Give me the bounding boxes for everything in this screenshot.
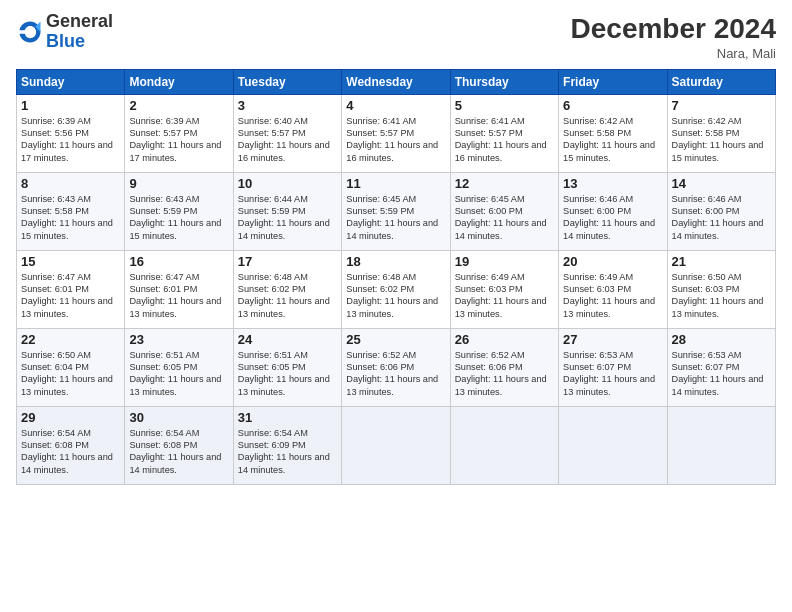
cell-text: Sunrise: 6:46 AM Sunset: 6:00 PM Dayligh… — [563, 193, 662, 243]
calendar-cell: 20 Sunrise: 6:49 AM Sunset: 6:03 PM Dayl… — [559, 250, 667, 328]
calendar-cell — [559, 406, 667, 484]
calendar-cell: 18 Sunrise: 6:48 AM Sunset: 6:02 PM Dayl… — [342, 250, 450, 328]
cell-text: Sunrise: 6:50 AM Sunset: 6:03 PM Dayligh… — [672, 271, 771, 321]
day-number: 17 — [238, 254, 337, 269]
calendar-cell: 24 Sunrise: 6:51 AM Sunset: 6:05 PM Dayl… — [233, 328, 341, 406]
calendar-cell: 7 Sunrise: 6:42 AM Sunset: 5:58 PM Dayli… — [667, 94, 775, 172]
calendar-cell: 17 Sunrise: 6:48 AM Sunset: 6:02 PM Dayl… — [233, 250, 341, 328]
cell-text: Sunrise: 6:54 AM Sunset: 6:08 PM Dayligh… — [21, 427, 120, 477]
calendar-cell: 6 Sunrise: 6:42 AM Sunset: 5:58 PM Dayli… — [559, 94, 667, 172]
cell-text: Sunrise: 6:40 AM Sunset: 5:57 PM Dayligh… — [238, 115, 337, 165]
day-number: 21 — [672, 254, 771, 269]
calendar-day-header: Thursday — [450, 69, 558, 94]
day-number: 16 — [129, 254, 228, 269]
day-number: 24 — [238, 332, 337, 347]
cell-text: Sunrise: 6:39 AM Sunset: 5:57 PM Dayligh… — [129, 115, 228, 165]
calendar-cell: 30 Sunrise: 6:54 AM Sunset: 6:08 PM Dayl… — [125, 406, 233, 484]
calendar-table: SundayMondayTuesdayWednesdayThursdayFrid… — [16, 69, 776, 485]
cell-text: Sunrise: 6:54 AM Sunset: 6:08 PM Dayligh… — [129, 427, 228, 477]
calendar-day-header: Tuesday — [233, 69, 341, 94]
calendar-week-row: 22 Sunrise: 6:50 AM Sunset: 6:04 PM Dayl… — [17, 328, 776, 406]
day-number: 19 — [455, 254, 554, 269]
calendar-cell: 16 Sunrise: 6:47 AM Sunset: 6:01 PM Dayl… — [125, 250, 233, 328]
cell-text: Sunrise: 6:47 AM Sunset: 6:01 PM Dayligh… — [129, 271, 228, 321]
cell-text: Sunrise: 6:45 AM Sunset: 5:59 PM Dayligh… — [346, 193, 445, 243]
cell-text: Sunrise: 6:42 AM Sunset: 5:58 PM Dayligh… — [563, 115, 662, 165]
cell-text: Sunrise: 6:53 AM Sunset: 6:07 PM Dayligh… — [563, 349, 662, 399]
calendar-cell: 29 Sunrise: 6:54 AM Sunset: 6:08 PM Dayl… — [17, 406, 125, 484]
calendar-cell: 8 Sunrise: 6:43 AM Sunset: 5:58 PM Dayli… — [17, 172, 125, 250]
day-number: 20 — [563, 254, 662, 269]
calendar-cell: 1 Sunrise: 6:39 AM Sunset: 5:56 PM Dayli… — [17, 94, 125, 172]
cell-text: Sunrise: 6:50 AM Sunset: 6:04 PM Dayligh… — [21, 349, 120, 399]
cell-text: Sunrise: 6:51 AM Sunset: 6:05 PM Dayligh… — [238, 349, 337, 399]
day-number: 1 — [21, 98, 120, 113]
day-number: 12 — [455, 176, 554, 191]
calendar-week-row: 15 Sunrise: 6:47 AM Sunset: 6:01 PM Dayl… — [17, 250, 776, 328]
calendar-cell: 2 Sunrise: 6:39 AM Sunset: 5:57 PM Dayli… — [125, 94, 233, 172]
calendar-page: General Blue December 2024 Nara, Mali Su… — [0, 0, 792, 612]
day-number: 8 — [21, 176, 120, 191]
cell-text: Sunrise: 6:41 AM Sunset: 5:57 PM Dayligh… — [455, 115, 554, 165]
calendar-cell: 14 Sunrise: 6:46 AM Sunset: 6:00 PM Dayl… — [667, 172, 775, 250]
cell-text: Sunrise: 6:52 AM Sunset: 6:06 PM Dayligh… — [455, 349, 554, 399]
cell-text: Sunrise: 6:44 AM Sunset: 5:59 PM Dayligh… — [238, 193, 337, 243]
day-number: 25 — [346, 332, 445, 347]
calendar-week-row: 1 Sunrise: 6:39 AM Sunset: 5:56 PM Dayli… — [17, 94, 776, 172]
day-number: 23 — [129, 332, 228, 347]
cell-text: Sunrise: 6:51 AM Sunset: 6:05 PM Dayligh… — [129, 349, 228, 399]
month-title: December 2024 — [571, 12, 776, 46]
cell-text: Sunrise: 6:43 AM Sunset: 5:59 PM Dayligh… — [129, 193, 228, 243]
calendar-day-header: Monday — [125, 69, 233, 94]
calendar-cell: 11 Sunrise: 6:45 AM Sunset: 5:59 PM Dayl… — [342, 172, 450, 250]
cell-text: Sunrise: 6:48 AM Sunset: 6:02 PM Dayligh… — [346, 271, 445, 321]
calendar-cell: 27 Sunrise: 6:53 AM Sunset: 6:07 PM Dayl… — [559, 328, 667, 406]
logo-blue: Blue — [46, 31, 85, 51]
header: General Blue December 2024 Nara, Mali — [16, 12, 776, 61]
day-number: 6 — [563, 98, 662, 113]
calendar-cell: 9 Sunrise: 6:43 AM Sunset: 5:59 PM Dayli… — [125, 172, 233, 250]
calendar-cell: 26 Sunrise: 6:52 AM Sunset: 6:06 PM Dayl… — [450, 328, 558, 406]
calendar-day-header: Wednesday — [342, 69, 450, 94]
cell-text: Sunrise: 6:49 AM Sunset: 6:03 PM Dayligh… — [455, 271, 554, 321]
day-number: 13 — [563, 176, 662, 191]
calendar-cell: 13 Sunrise: 6:46 AM Sunset: 6:00 PM Dayl… — [559, 172, 667, 250]
cell-text: Sunrise: 6:42 AM Sunset: 5:58 PM Dayligh… — [672, 115, 771, 165]
day-number: 26 — [455, 332, 554, 347]
cell-text: Sunrise: 6:46 AM Sunset: 6:00 PM Dayligh… — [672, 193, 771, 243]
cell-text: Sunrise: 6:52 AM Sunset: 6:06 PM Dayligh… — [346, 349, 445, 399]
cell-text: Sunrise: 6:54 AM Sunset: 6:09 PM Dayligh… — [238, 427, 337, 477]
calendar-week-row: 29 Sunrise: 6:54 AM Sunset: 6:08 PM Dayl… — [17, 406, 776, 484]
cell-text: Sunrise: 6:49 AM Sunset: 6:03 PM Dayligh… — [563, 271, 662, 321]
logo-general: General — [46, 11, 113, 31]
day-number: 18 — [346, 254, 445, 269]
day-number: 4 — [346, 98, 445, 113]
calendar-cell: 23 Sunrise: 6:51 AM Sunset: 6:05 PM Dayl… — [125, 328, 233, 406]
day-number: 27 — [563, 332, 662, 347]
calendar-cell — [342, 406, 450, 484]
calendar-cell: 22 Sunrise: 6:50 AM Sunset: 6:04 PM Dayl… — [17, 328, 125, 406]
location: Nara, Mali — [571, 46, 776, 61]
calendar-cell: 12 Sunrise: 6:45 AM Sunset: 6:00 PM Dayl… — [450, 172, 558, 250]
calendar-day-header: Sunday — [17, 69, 125, 94]
calendar-cell: 28 Sunrise: 6:53 AM Sunset: 6:07 PM Dayl… — [667, 328, 775, 406]
title-block: December 2024 Nara, Mali — [571, 12, 776, 61]
cell-text: Sunrise: 6:43 AM Sunset: 5:58 PM Dayligh… — [21, 193, 120, 243]
calendar-cell: 21 Sunrise: 6:50 AM Sunset: 6:03 PM Dayl… — [667, 250, 775, 328]
day-number: 31 — [238, 410, 337, 425]
calendar-header-row: SundayMondayTuesdayWednesdayThursdayFrid… — [17, 69, 776, 94]
day-number: 3 — [238, 98, 337, 113]
logo: General Blue — [16, 12, 113, 52]
logo-icon — [16, 18, 44, 46]
day-number: 11 — [346, 176, 445, 191]
calendar-cell: 19 Sunrise: 6:49 AM Sunset: 6:03 PM Dayl… — [450, 250, 558, 328]
cell-text: Sunrise: 6:48 AM Sunset: 6:02 PM Dayligh… — [238, 271, 337, 321]
calendar-cell: 15 Sunrise: 6:47 AM Sunset: 6:01 PM Dayl… — [17, 250, 125, 328]
logo-text: General Blue — [46, 12, 113, 52]
calendar-day-header: Saturday — [667, 69, 775, 94]
cell-text: Sunrise: 6:47 AM Sunset: 6:01 PM Dayligh… — [21, 271, 120, 321]
calendar-cell: 10 Sunrise: 6:44 AM Sunset: 5:59 PM Dayl… — [233, 172, 341, 250]
day-number: 7 — [672, 98, 771, 113]
day-number: 2 — [129, 98, 228, 113]
calendar-cell: 5 Sunrise: 6:41 AM Sunset: 5:57 PM Dayli… — [450, 94, 558, 172]
